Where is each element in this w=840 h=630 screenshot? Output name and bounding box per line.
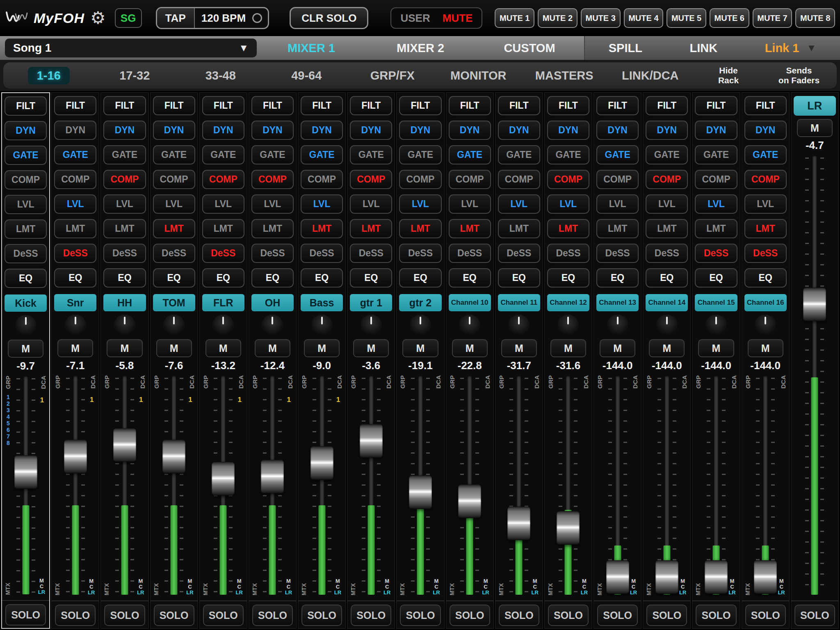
proc-lmt-button[interactable]: LMT	[54, 219, 96, 238]
proc-dess-button[interactable]: DeSS	[744, 244, 787, 263]
proc-dyn-button[interactable]: DYN	[251, 121, 294, 140]
proc-comp-button[interactable]: COMP	[350, 170, 392, 189]
proc-filt-button[interactable]: FILT	[350, 96, 392, 115]
proc-lvl-button[interactable]: LVL	[251, 194, 294, 214]
proc-lvl-button[interactable]: LVL	[646, 194, 688, 214]
channel-name-tag[interactable]: HH	[103, 294, 146, 311]
proc-eq-button[interactable]: EQ	[498, 268, 540, 288]
clear-solo-button[interactable]: CLR SOLO	[290, 7, 368, 29]
solo-button[interactable]: SOLO	[5, 604, 46, 625]
mute-group-button[interactable]: MUTE 6	[710, 8, 749, 28]
proc-dyn-button[interactable]: DYN	[350, 121, 392, 140]
proc-comp-button[interactable]: COMP	[596, 170, 639, 189]
proc-eq-button[interactable]: EQ	[202, 268, 244, 288]
proc-filt-button[interactable]: FILT	[498, 96, 540, 115]
pan-knob[interactable]	[65, 315, 86, 336]
proc-comp-button[interactable]: COMP	[54, 170, 96, 189]
channel-mute-button[interactable]: M	[452, 339, 488, 357]
proc-lvl-button[interactable]: LVL	[103, 194, 146, 214]
proc-lmt-button[interactable]: LMT	[153, 219, 195, 238]
solo-button[interactable]: SOLO	[351, 605, 391, 626]
proc-comp-button[interactable]: COMP	[103, 170, 146, 189]
proc-filt-button[interactable]: FILT	[251, 96, 294, 115]
pan-knob[interactable]	[410, 315, 431, 336]
solo-button[interactable]: SOLO	[252, 605, 293, 626]
proc-lmt-button[interactable]: LMT	[103, 219, 146, 238]
channel-mute-button[interactable]: M	[205, 339, 241, 357]
pan-knob[interactable]	[212, 315, 234, 336]
proc-eq-button[interactable]: EQ	[695, 268, 737, 288]
proc-gate-button[interactable]: GATE	[350, 145, 392, 164]
proc-dess-button[interactable]: DeSS	[54, 244, 96, 263]
tab-mixer-2[interactable]: MIXER 2	[366, 41, 475, 55]
fader-handle[interactable]	[64, 440, 87, 473]
bank-tab-1-16[interactable]: 1-16	[6, 67, 92, 84]
user-label[interactable]: USER	[400, 12, 430, 25]
spill-button[interactable]: SPILL	[609, 41, 642, 55]
proc-gate-button[interactable]: GATE	[695, 145, 737, 164]
proc-dyn-button[interactable]: DYN	[153, 121, 195, 140]
proc-gate-button[interactable]: GATE	[547, 145, 589, 164]
proc-comp-button[interactable]: COMP	[251, 170, 294, 189]
proc-filt-button[interactable]: FILT	[646, 96, 688, 115]
channel-mute-button[interactable]: M	[748, 339, 783, 357]
proc-dyn-button[interactable]: DYN	[646, 121, 688, 140]
proc-eq-button[interactable]: EQ	[596, 268, 639, 288]
soundgrid-button[interactable]: SG	[115, 8, 142, 28]
proc-filt-button[interactable]: FILT	[695, 96, 737, 115]
proc-eq-button[interactable]: EQ	[5, 269, 47, 288]
proc-filt-button[interactable]: FILT	[301, 96, 343, 115]
fader-handle[interactable]	[162, 440, 185, 473]
proc-gate-button[interactable]: GATE	[498, 145, 540, 164]
proc-lmt-button[interactable]: LMT	[646, 219, 688, 238]
pan-knob[interactable]	[508, 315, 530, 336]
proc-eq-button[interactable]: EQ	[301, 268, 343, 288]
channel-mute-button[interactable]: M	[304, 339, 340, 357]
proc-lvl-button[interactable]: LVL	[744, 194, 787, 214]
proc-filt-button[interactable]: FILT	[202, 96, 244, 115]
proc-lmt-button[interactable]: LMT	[695, 219, 737, 238]
proc-filt-button[interactable]: FILT	[449, 96, 491, 115]
solo-button[interactable]: SOLO	[55, 605, 96, 626]
proc-lmt-button[interactable]: LMT	[449, 219, 491, 238]
pan-knob[interactable]	[607, 315, 628, 336]
channel-name-tag[interactable]: TOM	[153, 294, 195, 311]
proc-lvl-button[interactable]: LVL	[54, 194, 96, 214]
proc-dess-button[interactable]: DeSS	[695, 244, 737, 263]
solo-button[interactable]: SOLO	[203, 605, 244, 626]
proc-lvl-button[interactable]: LVL	[350, 194, 392, 214]
proc-dess-button[interactable]: DeSS	[251, 244, 294, 263]
proc-gate-button[interactable]: GATE	[103, 145, 146, 164]
proc-comp-button[interactable]: COMP	[695, 170, 737, 189]
pan-knob[interactable]	[755, 315, 776, 336]
link-selector[interactable]: Link 1 ▼	[765, 41, 817, 55]
proc-lmt-button[interactable]: LMT	[5, 219, 47, 239]
proc-dyn-button[interactable]: DYN	[399, 121, 441, 140]
mute-group-button[interactable]: MUTE 5	[667, 8, 706, 28]
proc-lvl-button[interactable]: LVL	[5, 195, 47, 214]
master-solo-button[interactable]: SOLO	[794, 605, 835, 626]
fader-handle[interactable]	[310, 446, 333, 480]
channel-name-tag[interactable]: Bass	[301, 294, 343, 311]
fader-handle[interactable]	[754, 560, 777, 594]
solo-button[interactable]: SOLO	[696, 605, 736, 626]
pan-knob[interactable]	[705, 315, 727, 336]
fader-handle[interactable]	[458, 484, 481, 518]
solo-button[interactable]: SOLO	[499, 605, 539, 626]
fader-handle[interactable]	[409, 475, 432, 509]
proc-filt-button[interactable]: FILT	[54, 96, 96, 115]
proc-eq-button[interactable]: EQ	[153, 268, 195, 288]
channel-mute-button[interactable]: M	[550, 339, 586, 357]
bank-tab-link-dca[interactable]: LINK/DCA	[607, 67, 694, 84]
tab-custom[interactable]: CUSTOM	[475, 41, 584, 55]
proc-dess-button[interactable]: DeSS	[103, 244, 146, 263]
solo-button[interactable]: SOLO	[450, 605, 490, 626]
proc-dyn-button[interactable]: DYN	[547, 121, 589, 140]
proc-dyn-button[interactable]: DYN	[449, 121, 491, 140]
proc-lmt-button[interactable]: LMT	[399, 219, 441, 238]
channel-name-tag[interactable]: Channel 11	[498, 294, 540, 311]
mute-group-button[interactable]: MUTE 3	[581, 8, 621, 28]
channel-name-tag[interactable]: Channel 14	[646, 294, 688, 311]
proc-lvl-button[interactable]: LVL	[547, 194, 589, 214]
proc-dyn-button[interactable]: DYN	[5, 121, 47, 140]
